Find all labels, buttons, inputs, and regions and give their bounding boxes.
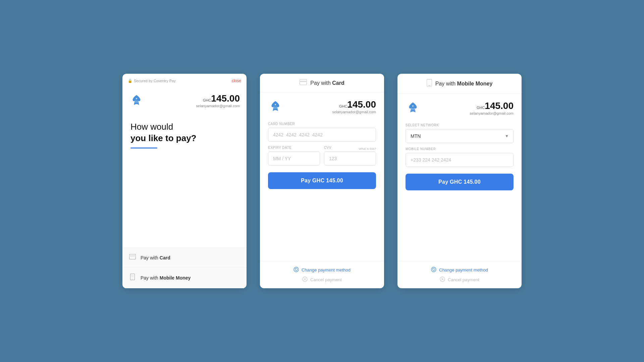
expiry-group: EXPIRY DATE	[268, 146, 320, 166]
brand-logo	[129, 93, 144, 108]
mobile-amount-block: GHC145.00 selanyamador@gmail.com	[470, 101, 514, 115]
card-amount-block: GHC145.00 selanyamador@gmail.com	[332, 99, 376, 114]
brand-section: GHC145.00 selanyamador@gmail.com	[122, 88, 247, 115]
card-amount-display: GHC145.00	[332, 99, 376, 110]
cvv-group: CVV What is this?	[324, 146, 376, 166]
svg-rect-2	[129, 255, 136, 256]
mobile-change-method-text: Change payment method	[439, 267, 488, 273]
selection-body: How would you like to pay?	[122, 115, 247, 248]
cvv-label: CVV	[324, 146, 331, 149]
network-label: SELECT NETWORK	[406, 123, 514, 127]
mobile-number-input[interactable]	[406, 153, 514, 167]
svg-rect-6	[300, 79, 307, 85]
mobile-cancel-payment-link[interactable]: Cancel payment	[440, 277, 479, 283]
expiry-input[interactable]	[268, 152, 320, 166]
pay-with-card-card: Pay with Card GHC145.00 selanyamador@gma…	[260, 74, 384, 288]
card-footer: Change payment method Cancel payment	[260, 261, 384, 288]
mobile-cancel-text: Cancel payment	[448, 277, 479, 282]
card-brand-section: GHC145.00 selanyamador@gmail.com	[260, 93, 384, 119]
change-method-icon	[293, 267, 299, 273]
card-brand-logo	[268, 99, 283, 114]
pay-with-mobile-label: Pay with Mobile Money	[141, 275, 191, 281]
card-form-body: CARD NUMBER EXPIRY DATE CVV What is this…	[260, 119, 384, 261]
cvv-input[interactable]	[324, 152, 376, 166]
mobile-pay-button[interactable]: Pay GHC 145.00	[406, 174, 514, 190]
mobile-customer-email: selanyamador@gmail.com	[470, 111, 514, 115]
card-number-input[interactable]	[268, 128, 376, 142]
svg-point-8	[275, 104, 276, 105]
svg-rect-5	[131, 274, 134, 278]
svg-rect-7	[300, 81, 307, 82]
expiry-cvv-row: EXPIRY DATE CVV What is this?	[268, 146, 376, 170]
network-select[interactable]: MTN Vodafone AirtelTigo	[406, 129, 514, 143]
svg-point-13	[412, 105, 414, 107]
change-payment-method-link[interactable]: Change payment method	[293, 267, 351, 273]
mobile-footer: Change payment method Cancel payment	[397, 261, 522, 288]
mobile-brand-section: GHC145.00 selanyamador@gmail.com	[397, 94, 522, 121]
svg-rect-4	[131, 279, 133, 280]
pay-with-mobile-option[interactable]: Pay with Mobile Money	[122, 267, 247, 288]
cancel-text: Cancel payment	[310, 277, 342, 282]
card-customer-email: selanyamador@gmail.com	[332, 110, 376, 114]
card-pay-button[interactable]: Pay GHC 145.00	[268, 172, 376, 189]
mobile-form-body: SELECT NETWORK MTN Vodafone AirtelTigo ▼…	[397, 121, 522, 261]
mobile-number-label: MOBILE NUMBER	[406, 147, 514, 151]
mobile-icon	[129, 274, 136, 282]
pay-with-card-label: Pay with Card	[141, 255, 170, 260]
card-number-label: CARD NUMBER	[268, 122, 376, 126]
mobile-modal-title: Pay with Mobile Money	[435, 81, 493, 87]
mobile-brand-logo	[406, 101, 420, 115]
card-modal-header: Pay with Card	[260, 74, 384, 93]
expiry-label: EXPIRY DATE	[268, 146, 320, 149]
mobile-header-icon	[427, 79, 432, 88]
amount-block: GHC145.00 selanyamador@gmail.com	[196, 93, 240, 108]
payment-options-list: Pay with Card Pay with Mobile Money	[122, 248, 247, 288]
card-icon	[129, 254, 136, 261]
mobile-change-method-icon	[431, 267, 436, 273]
close-button[interactable]: close	[232, 78, 241, 83]
network-group: SELECT NETWORK MTN Vodafone AirtelTigo ▼	[406, 123, 514, 143]
payment-selection-card: 🔒 Secured by Coventry Pay close GHC145.0…	[122, 74, 247, 288]
cancel-payment-link[interactable]: Cancel payment	[302, 277, 342, 283]
svg-rect-12	[428, 85, 430, 86]
svg-point-0	[136, 98, 137, 99]
svg-point-9	[294, 267, 299, 272]
pay-with-card-option[interactable]: Pay with Card	[122, 248, 247, 267]
title-underline	[130, 147, 157, 148]
pay-with-mobile-card: Pay with Mobile Money GHC145.00 selanyam…	[397, 74, 522, 288]
mobile-amount-display: GHC145.00	[470, 101, 514, 111]
customer-email: selanyamador@gmail.com	[196, 104, 240, 108]
network-select-wrapper: MTN Vodafone AirtelTigo ▼	[406, 129, 514, 143]
amount-display: GHC145.00	[196, 93, 240, 104]
lock-icon: 🔒	[128, 79, 132, 83]
card-modal-title: Pay with Card	[310, 80, 344, 86]
svg-point-14	[431, 267, 436, 272]
card-number-group: CARD NUMBER	[268, 122, 376, 142]
mobile-cancel-icon	[440, 277, 445, 283]
secured-label: 🔒 Secured by Coventry Pay	[128, 79, 176, 83]
card-header-icon	[300, 79, 307, 87]
mobile-change-payment-method-link[interactable]: Change payment method	[431, 267, 488, 273]
how-to-pay-title: How would you like to pay?	[130, 121, 238, 144]
svg-rect-1	[129, 254, 136, 259]
what-is-this-label[interactable]: What is this?	[359, 147, 376, 150]
cancel-icon	[302, 277, 308, 283]
mobile-number-group: MOBILE NUMBER	[406, 147, 514, 167]
mobile-modal-header: Pay with Mobile Money	[397, 74, 522, 94]
change-method-text: Change payment method	[302, 267, 351, 273]
card-header-bar: 🔒 Secured by Coventry Pay close	[122, 74, 247, 88]
